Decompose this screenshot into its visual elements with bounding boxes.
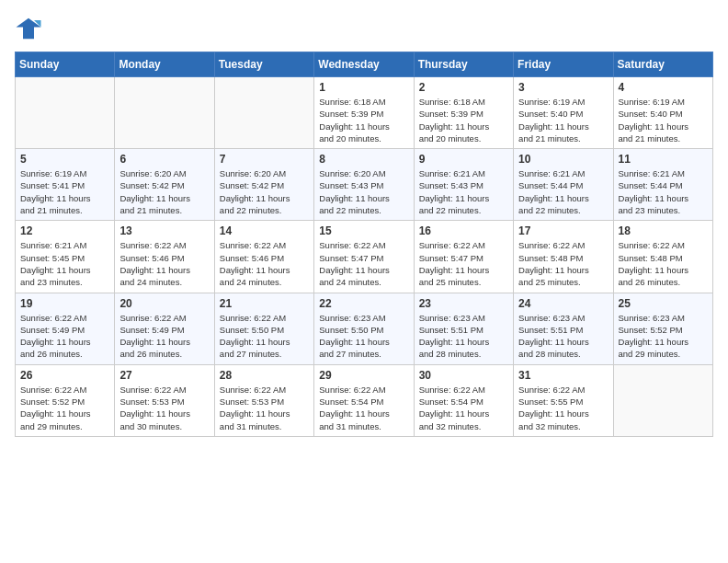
day-info: Sunrise: 6:22 AM Sunset: 5:50 PM Dayligh… bbox=[220, 312, 309, 361]
weekday-header-thursday: Thursday bbox=[414, 52, 513, 77]
day-info: Sunrise: 6:23 AM Sunset: 5:50 PM Dayligh… bbox=[319, 312, 408, 361]
calendar-week-row: 1Sunrise: 6:18 AM Sunset: 5:39 PM Daylig… bbox=[16, 77, 713, 149]
calendar-cell bbox=[115, 77, 214, 149]
day-number: 7 bbox=[220, 153, 309, 166]
day-info: Sunrise: 6:18 AM Sunset: 5:39 PM Dayligh… bbox=[319, 96, 408, 144]
day-number: 21 bbox=[220, 297, 309, 310]
day-number: 22 bbox=[319, 297, 408, 310]
day-number: 6 bbox=[119, 153, 209, 166]
logo bbox=[15, 15, 46, 42]
day-number: 5 bbox=[20, 153, 109, 166]
calendar-cell: 17Sunrise: 6:22 AM Sunset: 5:48 PM Dayli… bbox=[514, 221, 613, 293]
weekday-header-saturday: Saturday bbox=[613, 52, 712, 77]
calendar-cell bbox=[214, 77, 313, 149]
weekday-header-tuesday: Tuesday bbox=[214, 52, 313, 77]
day-info: Sunrise: 6:19 AM Sunset: 5:41 PM Dayligh… bbox=[20, 167, 109, 216]
day-info: Sunrise: 6:21 AM Sunset: 5:43 PM Dayligh… bbox=[419, 167, 508, 216]
calendar-cell: 12Sunrise: 6:21 AM Sunset: 5:45 PM Dayli… bbox=[16, 221, 115, 293]
day-number: 24 bbox=[518, 297, 608, 310]
day-number: 16 bbox=[419, 224, 508, 237]
day-info: Sunrise: 6:23 AM Sunset: 5:51 PM Dayligh… bbox=[518, 312, 608, 361]
day-number: 18 bbox=[619, 224, 708, 237]
calendar-cell: 1Sunrise: 6:18 AM Sunset: 5:39 PM Daylig… bbox=[314, 77, 414, 149]
calendar-cell: 3Sunrise: 6:19 AM Sunset: 5:40 PM Daylig… bbox=[514, 77, 613, 149]
calendar-week-row: 12Sunrise: 6:21 AM Sunset: 5:45 PM Dayli… bbox=[16, 221, 713, 293]
calendar-week-row: 5Sunrise: 6:19 AM Sunset: 5:41 PM Daylig… bbox=[16, 149, 713, 221]
day-number: 28 bbox=[220, 369, 309, 382]
weekday-header-sunday: Sunday bbox=[16, 52, 115, 77]
day-number: 31 bbox=[518, 369, 608, 382]
day-number: 11 bbox=[619, 153, 708, 166]
calendar-cell: 19Sunrise: 6:22 AM Sunset: 5:49 PM Dayli… bbox=[16, 293, 115, 364]
day-number: 8 bbox=[319, 153, 408, 166]
day-number: 2 bbox=[419, 81, 508, 94]
day-number: 14 bbox=[220, 224, 309, 237]
calendar-cell: 2Sunrise: 6:18 AM Sunset: 5:39 PM Daylig… bbox=[414, 77, 513, 149]
day-number: 9 bbox=[419, 153, 508, 166]
calendar-cell: 27Sunrise: 6:22 AM Sunset: 5:53 PM Dayli… bbox=[115, 364, 214, 436]
day-info: Sunrise: 6:22 AM Sunset: 5:49 PM Dayligh… bbox=[119, 312, 209, 361]
day-number: 12 bbox=[20, 224, 109, 237]
calendar-cell: 29Sunrise: 6:22 AM Sunset: 5:54 PM Dayli… bbox=[314, 364, 414, 436]
calendar-cell: 21Sunrise: 6:22 AM Sunset: 5:50 PM Dayli… bbox=[214, 293, 313, 364]
day-info: Sunrise: 6:23 AM Sunset: 5:52 PM Dayligh… bbox=[619, 312, 708, 361]
day-info: Sunrise: 6:22 AM Sunset: 5:54 PM Dayligh… bbox=[419, 384, 508, 432]
day-number: 4 bbox=[619, 81, 708, 94]
calendar-cell: 4Sunrise: 6:19 AM Sunset: 5:40 PM Daylig… bbox=[613, 77, 712, 149]
page-header bbox=[15, 15, 713, 42]
calendar-cell bbox=[613, 364, 712, 436]
weekday-header-monday: Monday bbox=[115, 52, 214, 77]
calendar-cell: 8Sunrise: 6:20 AM Sunset: 5:43 PM Daylig… bbox=[314, 149, 414, 221]
day-number: 30 bbox=[419, 369, 508, 382]
calendar-cell: 26Sunrise: 6:22 AM Sunset: 5:52 PM Dayli… bbox=[16, 364, 115, 436]
calendar-cell: 6Sunrise: 6:20 AM Sunset: 5:42 PM Daylig… bbox=[115, 149, 214, 221]
day-number: 27 bbox=[119, 369, 209, 382]
day-info: Sunrise: 6:22 AM Sunset: 5:46 PM Dayligh… bbox=[119, 239, 209, 288]
calendar-week-row: 19Sunrise: 6:22 AM Sunset: 5:49 PM Dayli… bbox=[16, 293, 713, 364]
day-number: 25 bbox=[619, 297, 708, 310]
day-info: Sunrise: 6:22 AM Sunset: 5:53 PM Dayligh… bbox=[119, 384, 209, 432]
day-info: Sunrise: 6:19 AM Sunset: 5:40 PM Dayligh… bbox=[518, 96, 608, 144]
day-number: 23 bbox=[419, 297, 508, 310]
day-number: 15 bbox=[319, 224, 408, 237]
calendar-cell: 15Sunrise: 6:22 AM Sunset: 5:47 PM Dayli… bbox=[314, 221, 414, 293]
calendar-cell: 22Sunrise: 6:23 AM Sunset: 5:50 PM Dayli… bbox=[314, 293, 414, 364]
day-info: Sunrise: 6:20 AM Sunset: 5:42 PM Dayligh… bbox=[119, 167, 209, 216]
day-info: Sunrise: 6:19 AM Sunset: 5:40 PM Dayligh… bbox=[619, 96, 708, 144]
day-info: Sunrise: 6:22 AM Sunset: 5:55 PM Dayligh… bbox=[518, 384, 608, 432]
day-number: 3 bbox=[518, 81, 608, 94]
day-number: 26 bbox=[20, 369, 109, 382]
calendar-cell: 10Sunrise: 6:21 AM Sunset: 5:44 PM Dayli… bbox=[514, 149, 613, 221]
day-info: Sunrise: 6:21 AM Sunset: 5:44 PM Dayligh… bbox=[619, 167, 708, 216]
calendar-cell: 28Sunrise: 6:22 AM Sunset: 5:53 PM Dayli… bbox=[214, 364, 313, 436]
day-info: Sunrise: 6:22 AM Sunset: 5:48 PM Dayligh… bbox=[518, 239, 608, 288]
calendar-cell: 18Sunrise: 6:22 AM Sunset: 5:48 PM Dayli… bbox=[613, 221, 712, 293]
day-number: 29 bbox=[319, 369, 408, 382]
day-number: 1 bbox=[319, 81, 408, 94]
day-info: Sunrise: 6:20 AM Sunset: 5:42 PM Dayligh… bbox=[220, 167, 309, 216]
day-number: 10 bbox=[518, 153, 608, 166]
weekday-header-wednesday: Wednesday bbox=[314, 52, 414, 77]
calendar-cell: 14Sunrise: 6:22 AM Sunset: 5:46 PM Dayli… bbox=[214, 221, 313, 293]
calendar-cell: 24Sunrise: 6:23 AM Sunset: 5:51 PM Dayli… bbox=[514, 293, 613, 364]
calendar-cell: 11Sunrise: 6:21 AM Sunset: 5:44 PM Dayli… bbox=[613, 149, 712, 221]
calendar-cell: 31Sunrise: 6:22 AM Sunset: 5:55 PM Dayli… bbox=[514, 364, 613, 436]
calendar-cell: 7Sunrise: 6:20 AM Sunset: 5:42 PM Daylig… bbox=[214, 149, 313, 221]
calendar-cell: 20Sunrise: 6:22 AM Sunset: 5:49 PM Dayli… bbox=[115, 293, 214, 364]
calendar-header-row: SundayMondayTuesdayWednesdayThursdayFrid… bbox=[16, 52, 713, 77]
day-info: Sunrise: 6:18 AM Sunset: 5:39 PM Dayligh… bbox=[419, 96, 508, 144]
day-number: 20 bbox=[119, 297, 209, 310]
day-info: Sunrise: 6:22 AM Sunset: 5:53 PM Dayligh… bbox=[220, 384, 309, 432]
calendar-cell: 30Sunrise: 6:22 AM Sunset: 5:54 PM Dayli… bbox=[414, 364, 513, 436]
calendar-cell: 9Sunrise: 6:21 AM Sunset: 5:43 PM Daylig… bbox=[414, 149, 513, 221]
calendar-week-row: 26Sunrise: 6:22 AM Sunset: 5:52 PM Dayli… bbox=[16, 364, 713, 436]
day-info: Sunrise: 6:21 AM Sunset: 5:45 PM Dayligh… bbox=[20, 239, 109, 288]
weekday-header-friday: Friday bbox=[514, 52, 613, 77]
day-info: Sunrise: 6:22 AM Sunset: 5:46 PM Dayligh… bbox=[220, 239, 309, 288]
calendar-table: SundayMondayTuesdayWednesdayThursdayFrid… bbox=[15, 52, 713, 437]
day-info: Sunrise: 6:22 AM Sunset: 5:52 PM Dayligh… bbox=[20, 384, 109, 432]
day-info: Sunrise: 6:22 AM Sunset: 5:49 PM Dayligh… bbox=[20, 312, 109, 361]
day-number: 13 bbox=[119, 224, 209, 237]
calendar-cell: 5Sunrise: 6:19 AM Sunset: 5:41 PM Daylig… bbox=[16, 149, 115, 221]
day-info: Sunrise: 6:20 AM Sunset: 5:43 PM Dayligh… bbox=[319, 167, 408, 216]
